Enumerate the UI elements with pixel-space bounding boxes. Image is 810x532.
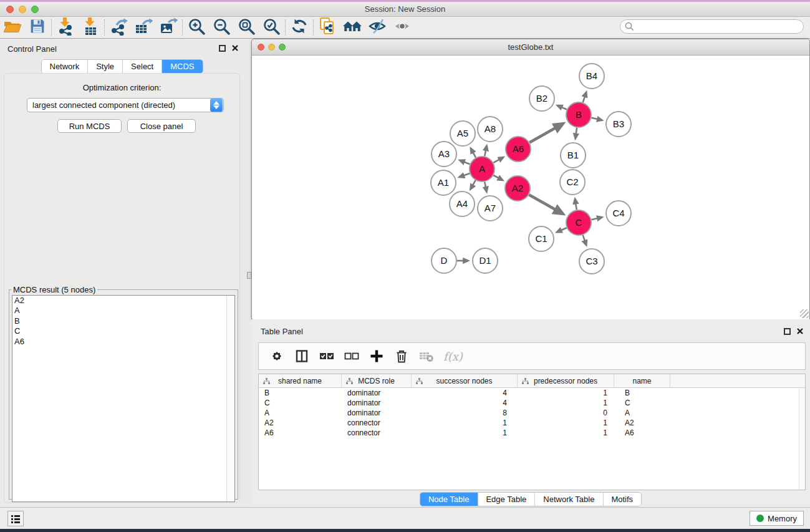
graph-node-C[interactable]: C — [566, 210, 591, 235]
show-column-panel-button[interactable] — [294, 348, 310, 364]
table-cell[interactable]: 1 — [518, 418, 614, 428]
graph-edge-A-A1[interactable] — [459, 173, 470, 177]
graph-node-A1[interactable]: A1 — [431, 170, 456, 195]
table-cell[interactable]: C — [259, 398, 342, 408]
graph-edge-B-B4[interactable] — [583, 92, 587, 103]
tab-mcds[interactable]: MCDS — [162, 60, 202, 73]
network-minimize-button[interactable] — [268, 44, 275, 51]
graph-node-A2[interactable]: A2 — [505, 176, 530, 201]
graph-edge-A-A7[interactable] — [485, 182, 486, 192]
zoom-out-button[interactable] — [209, 18, 234, 37]
graph-edge-A-A4[interactable] — [470, 180, 475, 189]
import-table-button[interactable] — [78, 18, 103, 37]
table-cell[interactable]: dominator — [342, 398, 412, 408]
close-panel-icon[interactable] — [231, 44, 239, 52]
graph-node-B[interactable]: B — [566, 102, 591, 127]
mcds-result-item-B[interactable]: B — [12, 316, 234, 326]
zoom-fit-button[interactable] — [234, 18, 259, 37]
tab-motifs[interactable]: Motifs — [603, 493, 641, 506]
graph-edge-A-A8[interactable] — [485, 146, 486, 157]
mcds-result-scrollbar[interactable] — [226, 296, 234, 501]
graph-node-A7[interactable]: A7 — [478, 196, 503, 221]
table-cell[interactable]: C — [614, 398, 670, 408]
table-cell[interactable]: A — [614, 408, 670, 418]
graph-edge-A-A6[interactable] — [493, 157, 503, 163]
table-row-A[interactable]: Adominator80A — [259, 408, 805, 418]
close-panel-button[interactable]: Close panel — [127, 119, 196, 133]
column-header-successor-nodes[interactable]: successor nodes — [412, 374, 518, 387]
graph-node-A5[interactable]: A5 — [450, 121, 475, 146]
save-session-button[interactable] — [25, 18, 50, 37]
table-cell[interactable]: B — [614, 388, 670, 398]
graph-node-B2[interactable]: B2 — [529, 86, 554, 111]
graph-node-A8[interactable]: A8 — [478, 117, 503, 142]
memory-status-button[interactable]: Memory — [750, 511, 804, 526]
close-window-button[interactable] — [6, 6, 14, 13]
refresh-button[interactable] — [287, 18, 312, 37]
table-cell[interactable]: 1 — [412, 428, 518, 438]
create-column-button[interactable] — [369, 348, 385, 364]
table-row-A6[interactable]: A6connector11A6 — [259, 428, 805, 438]
unselect-all-columns-button[interactable] — [344, 348, 360, 364]
tab-network[interactable]: Network — [41, 60, 88, 73]
table-cell[interactable]: A6 — [259, 428, 342, 438]
network-zoom-button[interactable] — [279, 44, 286, 51]
network-close-button[interactable] — [258, 44, 264, 51]
graph-edge-C-C1[interactable] — [557, 228, 567, 232]
table-row-C[interactable]: Cdominator41C — [259, 398, 805, 408]
graph-edge-C-C3[interactable] — [583, 235, 587, 246]
tab-network-table[interactable]: Network Table — [535, 493, 603, 506]
table-settings-button[interactable] — [269, 348, 285, 364]
column-header-mcds-role[interactable]: MCDS role — [342, 374, 412, 387]
close-panel-icon[interactable] — [796, 327, 804, 335]
home-layout-button[interactable] — [340, 18, 365, 37]
tab-node-table[interactable]: Node Table — [420, 493, 478, 506]
graph-node-B1[interactable]: B1 — [561, 143, 586, 168]
column-header-name[interactable]: name — [614, 374, 670, 387]
float-panel-icon[interactable] — [784, 328, 791, 335]
zoom-in-button[interactable] — [184, 18, 209, 37]
table-cell[interactable]: 4 — [412, 398, 518, 408]
table-cell[interactable]: A — [259, 408, 342, 418]
table-cell[interactable]: B — [259, 388, 342, 398]
graph-node-C3[interactable]: C3 — [579, 249, 604, 274]
splitter-handle[interactable] — [247, 272, 251, 279]
mcds-result-item-A6[interactable]: A6 — [12, 337, 234, 347]
graph-node-D1[interactable]: D1 — [473, 248, 498, 273]
column-header-predecessor-nodes[interactable]: predecessor nodes — [518, 374, 614, 387]
column-header-shared-name[interactable]: shared name — [259, 374, 342, 387]
table-cell[interactable]: 1 — [412, 418, 518, 428]
zoom-window-button[interactable] — [31, 6, 39, 13]
mcds-result-item-C[interactable]: C — [12, 326, 234, 336]
graph-edge-A-A5[interactable] — [471, 148, 476, 158]
export-table-button[interactable] — [131, 18, 156, 37]
import-network-button[interactable] — [53, 18, 78, 37]
graph-edge-B-B3[interactable] — [591, 118, 602, 120]
graph-node-D[interactable]: D — [432, 248, 456, 273]
zoom-selected-button[interactable] — [259, 18, 284, 37]
graph-node-C1[interactable]: C1 — [529, 226, 554, 251]
mcds-result-item-A[interactable]: A — [12, 306, 234, 316]
table-cell[interactable]: 1 — [518, 428, 614, 438]
mcds-result-item-A2[interactable]: A2 — [12, 296, 234, 306]
graph-edge-A2-C[interactable] — [529, 195, 562, 214]
table-scrollbar[interactable] — [799, 388, 805, 490]
table-cell[interactable]: 4 — [412, 388, 518, 398]
table-cell[interactable]: 1 — [518, 388, 614, 398]
select-all-columns-button[interactable] — [319, 348, 335, 364]
graph-edge-B-B1[interactable] — [576, 128, 577, 139]
tab-edge-table[interactable]: Edge Table — [478, 493, 535, 506]
float-panel-icon[interactable] — [219, 45, 226, 52]
graph-node-A6[interactable]: A6 — [506, 137, 531, 162]
graph-edge-A-A2[interactable] — [493, 175, 503, 180]
table-cell[interactable]: A6 — [614, 428, 670, 438]
graph-node-A4[interactable]: A4 — [450, 191, 475, 216]
export-network-button[interactable] — [106, 18, 131, 37]
table-row-B[interactable]: Bdominator41B — [259, 388, 805, 398]
open-session-button[interactable] — [0, 18, 25, 37]
table-cell[interactable]: connector — [342, 418, 412, 428]
graph-node-A[interactable]: A — [470, 157, 494, 181]
graph-edge-C-C2[interactable] — [575, 199, 577, 210]
clone-network-button[interactable] — [315, 18, 340, 37]
window-resize-grip[interactable] — [800, 309, 809, 318]
